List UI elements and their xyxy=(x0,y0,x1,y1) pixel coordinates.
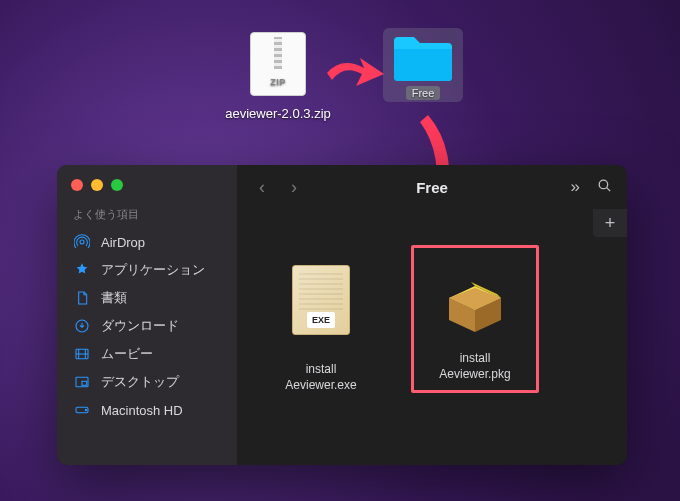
sidebar-item-label: デスクトップ xyxy=(101,373,179,391)
svg-point-6 xyxy=(85,409,86,410)
zip-icon: ZIP xyxy=(242,28,314,100)
window-title: Free xyxy=(416,179,448,196)
highlighted-file: install Aeviewer.pkg xyxy=(411,245,539,393)
file-install-pkg[interactable]: install Aeviewer.pkg xyxy=(420,254,530,382)
desktop-icons-row: ZIP aeviewer-2.0.3.zip Free xyxy=(0,28,680,121)
folder-icon xyxy=(392,35,454,83)
finder-sidebar: よく使う項目 AirDrop アプリケーション 書類 ダウンロード ムービー xyxy=(57,165,237,465)
file-grid: EXE install Aeviewer.exe xyxy=(237,209,627,465)
finder-toolbar: ‹ › Free » xyxy=(237,165,627,209)
airdrop-icon xyxy=(73,233,91,251)
documents-icon xyxy=(73,289,91,307)
file-name-line1: install xyxy=(261,361,381,377)
file-install-exe[interactable]: EXE install Aeviewer.exe xyxy=(261,245,381,393)
downloads-icon xyxy=(73,317,91,335)
toolbar-more-button[interactable]: » xyxy=(571,177,580,197)
movies-icon xyxy=(73,345,91,363)
nav-back-button[interactable]: ‹ xyxy=(251,177,273,198)
add-tab-button[interactable]: + xyxy=(593,209,627,237)
file-name-line2: Aeviewer.exe xyxy=(261,377,381,393)
sidebar-item-downloads[interactable]: ダウンロード xyxy=(57,312,237,340)
folder-free[interactable]: Free xyxy=(383,28,467,121)
sidebar-item-label: 書類 xyxy=(101,289,127,307)
svg-point-0 xyxy=(80,240,84,244)
file-name-line2: Aeviewer.pkg xyxy=(420,366,530,382)
file-name-line1: install xyxy=(420,350,530,366)
sidebar-item-label: Macintosh HD xyxy=(101,403,183,418)
desktop-icon xyxy=(73,373,91,391)
close-button[interactable] xyxy=(71,179,83,191)
sidebar-item-label: アプリケーション xyxy=(101,261,205,279)
sidebar-item-macintosh-hd[interactable]: Macintosh HD xyxy=(57,396,237,424)
zip-file[interactable]: ZIP aeviewer-2.0.3.zip xyxy=(213,28,343,121)
sidebar-item-label: AirDrop xyxy=(101,235,145,250)
sidebar-item-desktop[interactable]: デスクトップ xyxy=(57,368,237,396)
zip-filename: aeviewer-2.0.3.zip xyxy=(213,106,343,121)
sidebar-item-applications[interactable]: アプリケーション xyxy=(57,256,237,284)
disk-icon xyxy=(73,401,91,419)
search-button[interactable] xyxy=(596,177,613,198)
sidebar-heading: よく使う項目 xyxy=(57,207,237,228)
sidebar-item-airdrop[interactable]: AirDrop xyxy=(57,228,237,256)
applications-icon xyxy=(73,261,91,279)
pkg-file-icon xyxy=(420,254,530,344)
zoom-button[interactable] xyxy=(111,179,123,191)
finder-window: よく使う項目 AirDrop アプリケーション 書類 ダウンロード ムービー xyxy=(57,165,627,465)
sidebar-item-movies[interactable]: ムービー xyxy=(57,340,237,368)
folder-name-label: Free xyxy=(406,86,441,100)
sidebar-item-label: ダウンロード xyxy=(101,317,179,335)
sidebar-item-documents[interactable]: 書類 xyxy=(57,284,237,312)
svg-rect-4 xyxy=(82,381,87,385)
svg-point-7 xyxy=(599,180,608,189)
window-controls xyxy=(57,177,237,207)
minimize-button[interactable] xyxy=(91,179,103,191)
sidebar-list: AirDrop アプリケーション 書類 ダウンロード ムービー デスクトップ xyxy=(57,228,237,424)
exe-file-icon: EXE xyxy=(266,245,376,355)
sidebar-item-label: ムービー xyxy=(101,345,153,363)
finder-content: ‹ › Free » + EXE install Aeviewer.exe xyxy=(237,165,627,465)
nav-forward-button[interactable]: › xyxy=(283,177,305,198)
